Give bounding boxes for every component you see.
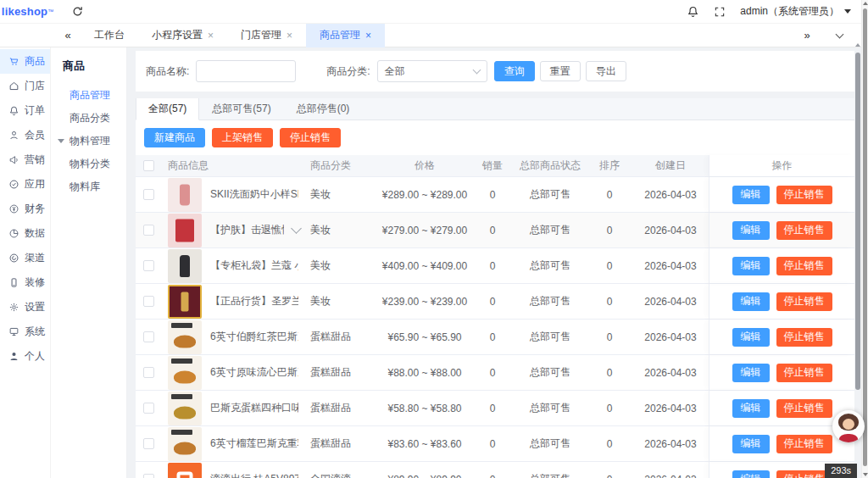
goods-name-label: 商品名称: (146, 64, 189, 79)
sidebar-item-order[interactable]: 订单 (0, 98, 50, 123)
caret-down-icon (844, 9, 851, 14)
col-header-info: 商品信息 (161, 158, 303, 173)
edit-button[interactable]: 编辑 (732, 399, 770, 418)
nav-tab[interactable]: 小程序设置 × (138, 24, 227, 47)
content-scrollbar-thumb[interactable] (855, 53, 860, 390)
sidebar-item-store[interactable]: 门店 (0, 74, 50, 98)
nav-tab[interactable]: 门店管理 × (227, 24, 306, 47)
edit-button[interactable]: 编辑 (732, 292, 770, 311)
tabs-scroll-right-icon[interactable]: » (794, 29, 820, 42)
status-tab-label: 总部可售(57) (212, 103, 270, 114)
expand-row-icon[interactable] (291, 223, 302, 234)
edit-button[interactable]: 编辑 (732, 364, 770, 382)
fullscreen-icon[interactable] (713, 5, 726, 19)
row-checkbox[interactable] (143, 260, 154, 271)
sidebar-item-settings[interactable]: 设置 (0, 295, 50, 320)
tabs-scroll-left-icon[interactable]: « (55, 29, 81, 42)
col-header-status: 总部商品状态 (514, 158, 587, 173)
user-menu[interactable]: admin（系统管理员） (740, 4, 851, 19)
edit-button[interactable]: 编辑 (732, 328, 770, 347)
caret-down-icon[interactable] (58, 139, 64, 143)
table-row: 6英寸伯爵红茶巴斯克重乳... 蛋糕甜品 ¥65.90 ~ ¥65.90 0 总… (136, 320, 854, 355)
submenu-item[interactable]: 物料分类 (51, 153, 126, 175)
row-checkbox[interactable] (143, 367, 154, 378)
product-category: 蛋糕甜品 (303, 365, 378, 380)
close-icon[interactable]: × (208, 31, 214, 41)
status-tab[interactable]: 总部停售(0) (284, 98, 363, 119)
stop-sale-button[interactable]: 停止销售 (776, 257, 832, 275)
browser-scrollbar[interactable] (861, 0, 868, 478)
row-checkbox[interactable] (143, 189, 154, 200)
stop-sale-button[interactable]: 停止销售 (776, 186, 832, 204)
goods-category-select[interactable]: 全部 (377, 60, 487, 82)
scroll-up-icon[interactable] (855, 43, 860, 47)
stop-sale-button[interactable]: 停止销售 (776, 292, 832, 311)
table-row: 【正品行货】圣罗兰YSL小... 美妆 ¥239.00 ~ ¥239.00 0 … (136, 284, 854, 320)
edit-button[interactable]: 编辑 (732, 435, 770, 453)
create-goods-button[interactable]: 新建商品 (144, 128, 205, 147)
stop-sale-button[interactable]: 停止销售 (776, 221, 832, 240)
nav-tab[interactable]: 商品管理 × (306, 24, 385, 47)
sidebar-item-marketing[interactable]: 营销 (0, 147, 50, 172)
sidebar-item-decorate[interactable]: 装修 (0, 270, 50, 295)
scroll-up-icon[interactable] (863, 2, 868, 5)
product-category: 全国滴滴 (303, 472, 378, 478)
sidebar-item-personal[interactable]: 个人 (0, 344, 50, 369)
search-button[interactable]: 查询 (494, 61, 535, 81)
check-circle-icon (8, 179, 19, 190)
product-name: 巴斯克蛋糕四种口味（伯... (210, 401, 298, 415)
submenu-item[interactable]: 商品管理 (51, 84, 126, 107)
row-checkbox[interactable] (143, 438, 154, 449)
reload-icon[interactable] (70, 5, 84, 19)
product-sales: 0 (471, 331, 514, 343)
status-tab[interactable]: 总部可售(57) (199, 98, 283, 119)
brand-logo[interactable]: likeshop™ (0, 0, 55, 24)
sidebar-item-channel[interactable]: 渠道 (0, 246, 50, 270)
submenu-item[interactable]: 商品分类 (51, 107, 126, 130)
sidebar-item-goods[interactable]: 商品 (0, 49, 50, 74)
put-on-sale-button[interactable]: 上架销售 (212, 128, 273, 147)
stop-sale-button[interactable]: 停止销售 (280, 128, 341, 147)
sidebar-item-system[interactable]: 系统 (0, 320, 50, 344)
status-tab[interactable]: 全部(57) (136, 98, 199, 120)
row-checkbox[interactable] (143, 403, 154, 414)
nav-tab[interactable]: 工作台 (81, 24, 138, 47)
row-checkbox[interactable] (143, 296, 154, 307)
sidebar-item-label: 装修 (25, 275, 45, 290)
customer-service-avatar[interactable] (832, 410, 865, 442)
reset-button[interactable]: 重置 (540, 61, 581, 81)
edit-button[interactable]: 编辑 (732, 186, 770, 204)
row-checkbox[interactable] (143, 225, 154, 236)
goods-name-input[interactable] (196, 60, 296, 82)
edit-button[interactable]: 编辑 (732, 221, 770, 240)
sidebar-item-data[interactable]: 数据 (0, 221, 50, 246)
submenu-item[interactable]: 物料管理 (51, 130, 126, 153)
content-scrollbar[interactable] (855, 49, 860, 473)
sidebar-item-apps[interactable]: 应用 (0, 172, 50, 197)
product-created-date: 2026-04-03 (632, 260, 709, 272)
recording-timer-badge: 293s (825, 464, 857, 478)
tabs-menu-icon[interactable] (836, 30, 844, 38)
product-category: 美妆 (303, 223, 378, 237)
scroll-down-icon[interactable] (863, 473, 868, 476)
nav-tab-label: 小程序设置 (152, 28, 203, 42)
sidebar-item-member[interactable]: 会员 (0, 123, 50, 147)
edit-button[interactable]: 编辑 (732, 470, 770, 478)
stop-sale-button[interactable]: 停止销售 (776, 435, 832, 453)
browser-scrollbar-thumb[interactable] (863, 8, 867, 466)
stop-sale-button[interactable]: 停止销售 (776, 470, 832, 478)
submenu-item-label: 物料库 (70, 181, 100, 192)
sidebar-item-finance[interactable]: 财务 (0, 197, 50, 221)
stop-sale-button[interactable]: 停止销售 (776, 364, 832, 382)
close-icon[interactable]: × (365, 31, 371, 41)
row-checkbox[interactable] (143, 331, 154, 342)
row-checkbox[interactable] (143, 474, 154, 478)
stop-sale-button[interactable]: 停止销售 (776, 328, 832, 347)
select-all-checkbox[interactable] (143, 160, 154, 171)
stop-sale-button[interactable]: 停止销售 (776, 399, 832, 418)
bell-icon[interactable] (686, 5, 699, 19)
submenu-item[interactable]: 物料库 (51, 175, 126, 198)
edit-button[interactable]: 编辑 (732, 257, 770, 275)
close-icon[interactable]: × (287, 31, 292, 41)
export-button[interactable]: 导出 (586, 61, 626, 81)
